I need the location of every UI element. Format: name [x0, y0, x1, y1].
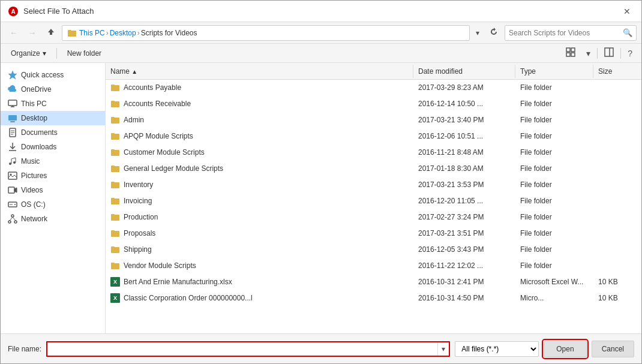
file-cell-date: 2016-10-31 4:50 PM	[413, 293, 515, 303]
sidebar-label-pictures: Pictures	[21, 172, 47, 180]
column-header-date[interactable]: Date modified	[413, 65, 515, 78]
file-cell-size	[593, 200, 641, 202]
file-cell-size	[593, 216, 641, 218]
sidebar-item-quick-access[interactable]: Quick access	[1, 68, 105, 82]
file-row[interactable]: Customer Module Scripts 2016-11-21 8:48 …	[106, 145, 641, 161]
video-icon	[8, 185, 17, 195]
file-row[interactable]: Inventory 2017-03-21 3:53 PM File folder	[106, 177, 641, 193]
column-header-name[interactable]: Name ▲	[106, 65, 413, 78]
forward-button[interactable]: →	[24, 26, 40, 40]
file-row[interactable]: Proposals 2017-03-21 3:51 PM File folder	[106, 225, 641, 242]
breadcrumb-current: Scripts for Videos	[141, 29, 197, 37]
search-input[interactable]	[505, 28, 619, 38]
file-row[interactable]: Vendor Module Scripts 2016-11-22 12:02 .…	[106, 258, 641, 274]
file-cell-date: 2016-11-21 8:48 AM	[413, 147, 515, 158]
excel-icon: X	[110, 293, 120, 303]
organize-button[interactable]: Organize ▾	[5, 47, 52, 60]
file-name-text: Vendor Module Scripts	[124, 261, 196, 270]
title-bar-left: A Select File To Attach	[8, 6, 94, 17]
file-cell-size	[593, 183, 641, 186]
file-cell-type: File folder	[515, 244, 593, 255]
new-folder-button[interactable]: New folder	[62, 47, 107, 60]
file-row[interactable]: General Ledger Module Scripts 2017-01-18…	[106, 161, 641, 177]
file-row[interactable]: Production 2017-02-27 3:24 PM File folde…	[106, 209, 641, 225]
view-dropdown-button[interactable]: ▾	[582, 46, 595, 61]
view-grid-button[interactable]	[562, 45, 580, 61]
file-cell-date: 2017-03-21 3:51 PM	[413, 228, 515, 239]
breadcrumb: This PC › Desktop › Scripts for Videos	[62, 25, 470, 41]
file-row[interactable]: Admin 2017-03-21 3:40 PM File folder	[106, 112, 641, 128]
filetype-select[interactable]: All files (*.*)Excel Files (*.xlsx)PDF F…	[455, 343, 538, 355]
file-cell-type: File folder	[515, 131, 593, 142]
file-row[interactable]: Invoicing 2016-12-20 11:05 ... File fold…	[106, 193, 641, 209]
file-cell-date: 2016-12-20 11:05 ...	[413, 195, 515, 206]
sidebar-item-network[interactable]: Network	[1, 212, 105, 226]
sidebar-item-documents[interactable]: Documents	[1, 125, 105, 140]
sidebar-item-videos[interactable]: Videos	[1, 183, 105, 197]
sidebar-item-desktop[interactable]: Desktop	[1, 111, 105, 125]
toolbar-right: ▾ ?	[562, 45, 637, 61]
sidebar-label-music: Music	[21, 157, 40, 166]
sidebar-item-onedrive[interactable]: OneDrive	[1, 82, 105, 97]
file-cell-size	[593, 167, 641, 170]
file-cell-name: Shipping	[106, 243, 413, 255]
file-row[interactable]: Shipping 2016-12-05 3:43 PM File folder	[106, 242, 641, 258]
cancel-button[interactable]: Cancel	[592, 341, 634, 357]
download-icon	[8, 142, 17, 152]
preview-pane-button[interactable]	[600, 45, 618, 61]
file-cell-size	[593, 119, 641, 121]
filename-label: File name:	[8, 345, 41, 353]
file-cell-size	[593, 232, 641, 234]
file-row[interactable]: X Bert And Ernie Manufacturing.xlsx 2016…	[106, 274, 641, 290]
svg-rect-7	[571, 53, 575, 56]
toolbar: Organize ▾ New folder ▾	[1, 44, 641, 63]
file-cell-name: Production	[106, 211, 413, 223]
sidebar-item-pictures[interactable]: Pictures	[1, 169, 105, 183]
svg-text:A: A	[11, 8, 15, 15]
file-row[interactable]: Accounts Receivable 2016-12-14 10:50 ...…	[106, 96, 641, 112]
file-cell-date: 2016-12-14 10:50 ...	[413, 98, 515, 109]
app-icon: A	[8, 6, 19, 17]
sidebar-item-this-pc[interactable]: This PC	[1, 97, 105, 111]
file-name-text: Inventory	[124, 181, 153, 189]
column-header-type[interactable]: Type	[515, 65, 593, 78]
file-cell-date: 2016-12-05 3:43 PM	[413, 244, 515, 255]
file-cell-size: 10 KB	[593, 293, 641, 303]
filename-dropdown-button[interactable]: ▾	[437, 342, 449, 356]
drive-icon	[8, 200, 17, 209]
close-button[interactable]: ✕	[620, 5, 634, 17]
search-button[interactable]: 🔍	[619, 26, 636, 39]
up-button[interactable]	[43, 25, 59, 40]
sidebar-item-music[interactable]: Music	[1, 154, 105, 169]
file-cell-name: Admin	[106, 114, 413, 126]
file-cell-name: Inventory	[106, 179, 413, 191]
file-name-text: Production	[124, 213, 158, 221]
file-cell-type: File folder	[515, 163, 593, 174]
breadcrumb-this-pc[interactable]: This PC	[79, 29, 105, 37]
column-header-size[interactable]: Size	[593, 65, 641, 78]
organize-arrow: ▾	[43, 49, 46, 58]
file-cell-name: Invoicing	[106, 195, 413, 207]
breadcrumb-dropdown-button[interactable]: ▾	[472, 27, 483, 39]
open-button[interactable]: Open	[544, 341, 586, 357]
breadcrumb-desktop[interactable]: Desktop	[110, 29, 136, 37]
filename-input[interactable]	[47, 344, 437, 354]
file-row[interactable]: X Classic Corporation Order 000000000...…	[106, 290, 641, 306]
file-row[interactable]: APQP Module Scripts 2016-12-06 10:51 ...…	[106, 128, 641, 145]
refresh-button[interactable]	[485, 25, 502, 40]
help-button[interactable]: ?	[623, 46, 637, 61]
svg-point-30	[8, 221, 11, 223]
svg-rect-49	[111, 198, 115, 200]
new-folder-label: New folder	[67, 49, 101, 58]
folder-icon	[110, 99, 120, 109]
file-cell-name: Customer Module Scripts	[106, 146, 413, 158]
back-button[interactable]: ←	[5, 26, 22, 40]
file-row[interactable]: Accounts Payable 2017-03-29 8:23 AM File…	[106, 80, 641, 96]
svg-rect-55	[111, 246, 115, 248]
sidebar-item-downloads[interactable]: Downloads	[1, 140, 105, 154]
file-cell-type: Micro...	[515, 293, 593, 303]
svg-rect-53	[111, 230, 115, 232]
file-cell-date: 2017-03-21 3:40 PM	[413, 115, 515, 125]
folder-icon	[110, 180, 120, 189]
sidebar-item-os-c[interactable]: OS (C:)	[1, 197, 105, 212]
